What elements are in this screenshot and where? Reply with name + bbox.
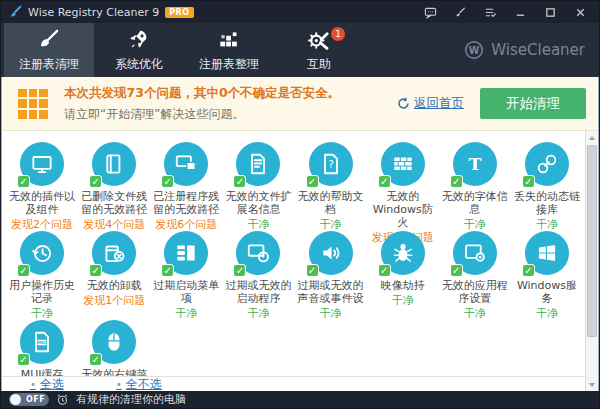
checkmark-badge-icon[interactable]: ✓: [450, 264, 463, 277]
checkmark-badge-icon[interactable]: ✓: [161, 175, 174, 188]
scan-item-status: 干净: [464, 218, 486, 232]
status-bar: OFF 有规律的清理你的电脑: [1, 391, 599, 408]
schedule-toggle[interactable]: OFF: [9, 393, 49, 406]
tab-互助[interactable]: 互助1: [274, 23, 364, 77]
checkmark-badge-icon[interactable]: ✓: [17, 353, 30, 366]
checkmark-badge-icon[interactable]: ✓: [89, 175, 102, 188]
scan-item[interactable]: ✓无效的卸载发现1个问题: [78, 231, 150, 320]
scan-item-label: 无效的字体信息: [440, 190, 510, 216]
checkmark-badge-icon[interactable]: ✓: [161, 264, 174, 277]
scan-item-status: 干净: [31, 307, 53, 321]
tab-系统优化[interactable]: 系统优化: [94, 23, 184, 77]
tab-label: 注册表整理: [199, 56, 259, 73]
scrollbar[interactable]: [585, 131, 598, 391]
tab-注册表清理[interactable]: 注册表清理: [4, 23, 94, 77]
scan-item-status: 发现1个问题: [83, 294, 145, 308]
theme-brush-icon[interactable]: [447, 2, 473, 22]
checkmark-badge-icon[interactable]: ✓: [306, 175, 319, 188]
maximize-icon[interactable]: [537, 2, 563, 22]
gear-wrench-tab-icon: [306, 27, 332, 53]
tab-label: 互助: [307, 56, 331, 73]
feedback-icon[interactable]: [417, 2, 443, 22]
scan-result-banner: 本次共发现73个问题，其中0个不确定是否安全。 请立即“开始清理”解决这些问题。…: [2, 77, 598, 131]
menu-list-icon[interactable]: [477, 2, 503, 22]
scan-item[interactable]: ✓丢失的动态链接库干净: [511, 142, 583, 231]
scan-item-label: 无效的帮助文档: [296, 190, 366, 216]
checkmark-badge-icon[interactable]: ✓: [378, 175, 391, 188]
startup-icon: ✓: [236, 231, 280, 275]
svg-text:MUI: MUI: [38, 340, 47, 345]
scan-item[interactable]: ✓无效的插件以及组件发现2个问题: [6, 142, 78, 231]
checkmark-badge-icon[interactable]: ✓: [450, 175, 463, 188]
status-bar-text: 有规律的清理你的电脑: [76, 392, 186, 407]
scan-item[interactable]: ✓Windows服务干净: [511, 231, 583, 320]
scan-item-label: 无效的Windows防火: [368, 190, 438, 229]
checkmark-badge-icon[interactable]: ✓: [233, 175, 246, 188]
scroll-down-arrow-icon[interactable]: [586, 378, 598, 391]
checkmark-badge-icon[interactable]: ✓: [522, 175, 535, 188]
back-home-link[interactable]: 返回首页: [397, 95, 464, 112]
checkmark-badge-icon[interactable]: ✓: [522, 264, 535, 277]
scan-item[interactable]: ✓已注册程序残留的无效路径发现6个问题: [150, 142, 222, 231]
scan-item[interactable]: ✓过期或无效的启动程序干净: [222, 231, 294, 320]
scan-item[interactable]: ✓用户操作历史记录干净: [6, 231, 78, 320]
tab-注册表整理[interactable]: 注册表整理: [184, 23, 274, 77]
scroll-up-arrow-icon[interactable]: [586, 131, 598, 144]
checkmark-badge-icon[interactable]: ✓: [89, 264, 102, 277]
scan-item[interactable]: ✓映像劫持干净: [367, 231, 439, 320]
scan-item[interactable]: T✓无效的字体信息干净: [439, 142, 511, 231]
scrollbar-thumb[interactable]: [587, 145, 597, 337]
toggle-knob: [10, 394, 21, 405]
checkmark-badge-icon[interactable]: ✓: [89, 353, 102, 366]
scan-item-label: 用户操作历史记录: [7, 279, 77, 305]
bullet-icon: •: [30, 379, 36, 390]
scan-item[interactable]: ✓无效的应用程序设置干净: [439, 231, 511, 320]
svg-text:T: T: [468, 154, 481, 174]
scan-item-status: 干净: [320, 218, 342, 232]
scan-item[interactable]: MUI✓MUI缓存发现59个问题: [6, 320, 78, 376]
start-clean-button[interactable]: 开始清理: [480, 88, 586, 119]
scan-item[interactable]: ✓无效的右键菜单项: [78, 320, 150, 376]
app-window: Wise Registry Cleaner 9 PRO: [0, 0, 600, 409]
orange-grid-icon: [18, 89, 48, 119]
checkmark-badge-icon[interactable]: ✓: [306, 264, 319, 277]
minimize-icon[interactable]: [507, 2, 533, 22]
scan-item-label: 过期或无效的启动程序: [223, 279, 293, 305]
scan-item-status: 干净: [247, 218, 269, 232]
book-icon: ✓: [92, 142, 136, 186]
checkmark-badge-icon[interactable]: ✓: [17, 175, 30, 188]
scan-item[interactable]: ✓无效的Windows防火发现1个问题: [367, 142, 439, 231]
monitor-icon: ✓: [20, 142, 64, 186]
select-none-link[interactable]: • 全不选: [116, 376, 162, 393]
selection-links-row: • 全选 • 全不选: [2, 376, 585, 391]
scan-item-status: 干净: [247, 307, 269, 321]
scan-item-status: 发现6个问题: [155, 218, 217, 232]
toggle-label: OFF: [26, 395, 45, 404]
checkmark-badge-icon[interactable]: ✓: [233, 264, 246, 277]
checkmark-badge-icon[interactable]: ✓: [17, 264, 30, 277]
wisecleaner-logo[interactable]: W WiseCleaner: [463, 23, 585, 77]
scan-item-label: 已注册程序残留的无效路径: [151, 190, 221, 216]
brush-tab-icon: [36, 27, 62, 53]
scan-item[interactable]: ✓过期启动菜单项干净: [150, 231, 222, 320]
scan-item-status: 干净: [536, 307, 558, 321]
windows-icon: ✓: [525, 231, 569, 275]
scan-item[interactable]: ?✓无效的帮助文档干净: [295, 142, 367, 231]
scan-item-status: 发现4个问题: [83, 218, 145, 232]
svg-text:W: W: [469, 45, 480, 56]
bullet-icon: •: [116, 379, 122, 390]
scan-item[interactable]: ✓已删除文件残留的无效路径发现4个问题: [78, 142, 150, 231]
title-bar: Wise Registry Cleaner 9 PRO: [1, 1, 599, 23]
scan-item-label: 无效的文件扩展名信息: [223, 190, 293, 216]
select-all-link[interactable]: • 全选: [30, 376, 64, 393]
scan-item[interactable]: ✓过期或无效的声音或事件设干净: [295, 231, 367, 320]
scan-item-label: 无效的插件以及组件: [7, 190, 77, 216]
back-home-label: 返回首页: [414, 95, 464, 112]
select-none-label: 全不选: [126, 376, 162, 393]
scan-item[interactable]: ✓无效的文件扩展名信息干净: [222, 142, 294, 231]
app-settings-icon: ✓: [453, 231, 497, 275]
close-icon[interactable]: [567, 2, 593, 22]
mouse-icon: ✓: [92, 320, 136, 364]
scan-item-label: 无效的卸载: [87, 279, 142, 292]
checkmark-badge-icon[interactable]: ✓: [378, 264, 391, 277]
